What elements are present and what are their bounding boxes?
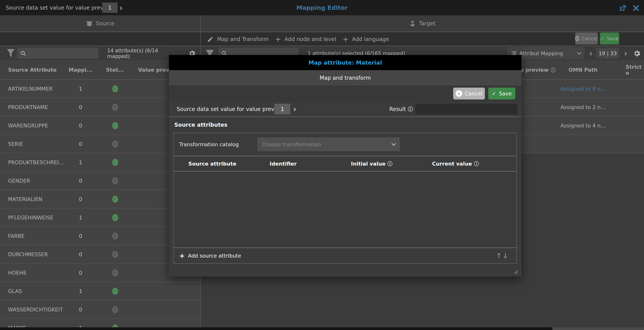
modal-title: Map attribute: Material [169, 55, 522, 70]
status-badge-icon: ✓ [112, 288, 118, 295]
col-mapping[interactable]: Mappi... [67, 60, 94, 79]
status-badge-icon: ! [112, 140, 118, 148]
mapping-count: 0 [67, 190, 94, 208]
col-omn-path[interactable]: OMN Path [556, 60, 610, 79]
col-target-value-preview-label: e preview [520, 67, 549, 73]
page-prev-button[interactable]: ‹ [589, 46, 592, 60]
status-cell: ✓ [102, 209, 128, 227]
source-attribute-name: PRODUKTNAME [8, 98, 66, 116]
current-value-label: Current value [432, 161, 472, 167]
mapping-editor-window: Source data set value for value preview … [0, 0, 644, 330]
source-attribute-name: MATERIALIEN [8, 190, 66, 208]
toolbar-strip: Map and Transform + Add node and level +… [0, 32, 644, 46]
preview-value-input[interactable]: 1 [102, 2, 118, 13]
omn-path-assignment[interactable]: Assigned to 4 n... [556, 116, 610, 135]
scrollbar-thumb[interactable] [552, 327, 644, 330]
info-icon: i [474, 161, 479, 166]
source-attribute-name: PRODUKTBESCHREI... [8, 153, 66, 171]
add-node-and-level-label: Add node and level [284, 36, 336, 42]
mapping-mode-value: Attribut Mapping [520, 50, 575, 56]
chevron-down-icon [577, 50, 582, 55]
arrow-down-icon[interactable]: ↓ [502, 252, 509, 260]
add-language-button[interactable]: + Add language [343, 35, 389, 43]
preview-next-button[interactable]: › [119, 0, 123, 15]
table-row[interactable]: GLAS 1 ✓ [0, 282, 200, 301]
omn-path-assignment[interactable]: Assigned to 8 n... [556, 80, 610, 98]
initial-value-label: Initial value [351, 161, 386, 167]
col-source-attribute[interactable]: Source Attribute [8, 60, 56, 79]
target-panel-title: Target [419, 20, 436, 27]
col-target-value-preview[interactable]: e preview i [520, 60, 556, 79]
modal-preview-next-button[interactable]: › [293, 102, 296, 116]
status-badge-icon: ✓ [112, 85, 118, 92]
add-node-and-level-button[interactable]: + Add node and level [275, 35, 336, 43]
toolbar-cancel-label: Cancel [582, 36, 598, 41]
close-icon[interactable]: × [631, 3, 641, 13]
svg-text:P: P [412, 20, 413, 23]
modal-result-label: Result i [389, 102, 413, 116]
status-cell: ! [102, 98, 128, 116]
choose-transformation-placeholder: Choose transformation [262, 141, 392, 147]
status-badge-icon: ✓ [112, 196, 118, 203]
page-next-button[interactable]: › [624, 46, 627, 60]
omn-path-assignment[interactable]: Assigned to 2 n... [556, 98, 610, 116]
modal-cancel-label: Cancel [465, 91, 482, 97]
horizontal-scrollbar[interactable] [0, 327, 644, 330]
status-badge-icon: ✓ [112, 122, 118, 129]
source-attribute-name: FARBE [8, 227, 66, 245]
toolbar-cancel-button[interactable]: × Cancel [575, 32, 598, 44]
table-row[interactable]: WASSERDICHTIGKEIT 0 ! [0, 301, 200, 319]
panel-header-strip: Source P Target [0, 15, 644, 32]
source-attributes-panel: Transformation catalog Choose transforma… [174, 133, 517, 264]
search-icon [20, 50, 26, 56]
top-bar: Source data set value for value preview … [0, 0, 644, 15]
status-cell: ✓ [102, 153, 128, 171]
modal-preview-row: Source data set value for value preview … [169, 102, 522, 116]
mapping-count: 0 [67, 245, 94, 263]
map-attribute-modal: Map attribute: Material Map and transfor… [169, 55, 522, 277]
status-badge-icon: ! [112, 233, 118, 240]
source-filter-icon[interactable] [7, 49, 14, 57]
mapping-count: 1 [67, 282, 94, 300]
modal-cancel-button[interactable]: × Cancel [453, 88, 485, 99]
info-icon: i [408, 107, 413, 111]
add-language-label: Add language [352, 36, 389, 42]
omn-path-assignment[interactable] [556, 135, 610, 153]
reorder-arrows[interactable]: ↑↓ [496, 252, 509, 260]
status-badge-icon: ! [112, 306, 118, 313]
modal-preview-input[interactable]: 1 [274, 104, 290, 114]
modal-table-header-row: Source attribute Identifier Initial valu… [174, 156, 517, 171]
status-badge-icon: ! [112, 251, 118, 258]
chevron-down-icon [392, 141, 396, 146]
mapping-count: 0 [67, 301, 94, 319]
cancel-x-icon: × [575, 36, 579, 41]
target-settings-gear-icon[interactable] [633, 49, 641, 57]
source-attributes-section-title: Source attributes [169, 117, 522, 133]
source-box-icon [86, 20, 93, 27]
mapping-count: 0 [67, 172, 94, 190]
map-and-transform-button[interactable]: Map and Transform [207, 36, 269, 42]
source-attribute-count: 14 attribute(s) (6/14 mapped) [107, 46, 177, 60]
modal-save-label: Save [499, 91, 512, 97]
col-strict[interactable]: Strict o [626, 60, 644, 79]
source-search-input[interactable] [17, 48, 98, 59]
save-check-icon: ✓ [492, 91, 496, 97]
export-share-icon[interactable] [618, 3, 628, 13]
add-source-attribute-button[interactable]: Add source attribute [188, 253, 241, 259]
transformation-catalog-row: Transformation catalog Choose transforma… [174, 133, 517, 156]
status-badge-icon: ! [112, 177, 118, 184]
tab-map-and-transform[interactable]: Map and transform [169, 70, 522, 85]
status-cell: ✓ [102, 190, 128, 208]
modal-preview-label: Source data set value for value preview [177, 102, 284, 116]
col-status[interactable]: Stat... [102, 60, 128, 79]
modal-resize-handle[interactable] [512, 268, 518, 274]
source-attribute-name: DURCHMESSER [8, 245, 66, 263]
mapping-count: 0 [67, 98, 94, 116]
arrow-up-icon[interactable]: ↑ [496, 252, 502, 260]
mapping-count: 0 [67, 135, 94, 153]
modal-result-input[interactable] [415, 104, 518, 114]
toolbar-save-button[interactable]: ✓ Save [600, 32, 619, 44]
modal-save-button[interactable]: ✓ Save [488, 88, 515, 99]
status-badge-icon: ! [112, 269, 118, 276]
choose-transformation-select[interactable]: Choose transformation [257, 137, 400, 151]
